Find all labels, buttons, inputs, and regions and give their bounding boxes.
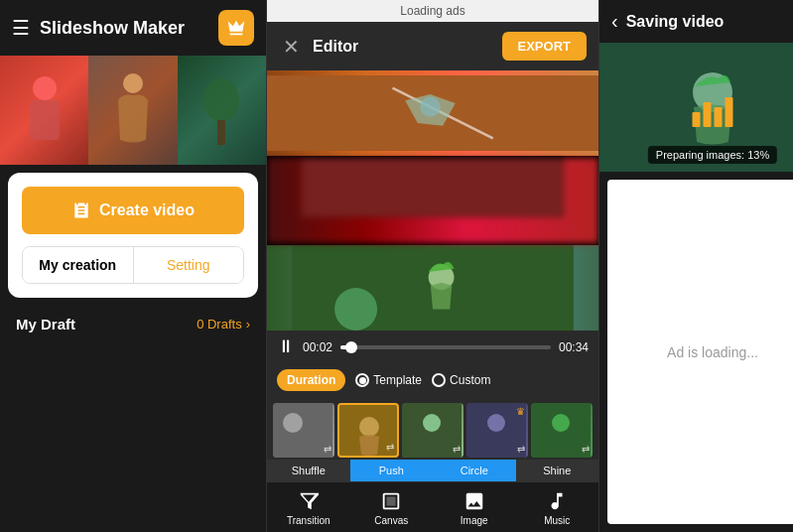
options-row: Duration Template Custom — [267, 363, 598, 397]
left-header: ☰ Slideshow Maker — [0, 0, 266, 56]
custom-radio-circle — [432, 373, 446, 387]
right-header: ‹ Saving video — [599, 0, 793, 43]
template-radio-circle — [355, 373, 369, 387]
export-button[interactable]: EXPORT — [502, 32, 587, 61]
anime-scene-3 — [267, 245, 598, 331]
template-radio[interactable]: Template — [355, 373, 422, 387]
drafts-link[interactable]: 0 Drafts › — [197, 317, 250, 332]
svg-point-23 — [552, 414, 570, 432]
video-frame — [267, 70, 598, 331]
canvas-icon — [380, 490, 402, 512]
svg-point-0 — [33, 76, 57, 100]
custom-label: Custom — [450, 373, 490, 387]
loading-ads-text: Loading ads — [400, 4, 464, 18]
svg-point-21 — [487, 414, 505, 432]
photo-person-2 — [88, 56, 177, 165]
music-toolbar-label: Music — [544, 515, 570, 526]
playback-controls: ⏸ 00:02 00:34 — [267, 331, 598, 363]
bottom-toolbar: Transition Canvas Image Music — [267, 481, 598, 532]
svg-point-3 — [203, 78, 239, 122]
image-icon — [463, 490, 485, 512]
svg-point-17 — [359, 417, 379, 437]
svg-rect-24 — [387, 496, 396, 505]
close-button[interactable]: ✕ — [279, 35, 303, 59]
push-transition-btn[interactable]: Push — [350, 460, 434, 481]
bar-1 — [693, 112, 701, 127]
image-toolbar-item[interactable]: Image — [433, 482, 516, 532]
tab-row: My creation Setting — [22, 246, 244, 284]
transition-buttons: Shuffle Push Circle Shine — [267, 460, 598, 481]
image-toolbar-label: Image — [461, 515, 488, 526]
pause-button[interactable]: ⏸ — [277, 336, 295, 357]
shine-transition-btn[interactable]: Shine — [516, 460, 599, 481]
editor-header: ✕ Editor EXPORT — [267, 22, 598, 70]
transition-icon — [298, 490, 320, 512]
back-button[interactable]: ‹ — [611, 10, 618, 33]
crown-mini-icon: ♛ — [516, 406, 525, 417]
canvas-toolbar-item[interactable]: Canvas — [350, 482, 434, 532]
stack-image-2 — [267, 158, 598, 243]
canvas-toolbar-label: Canvas — [374, 515, 408, 526]
anime-scene-2 — [267, 158, 598, 217]
saving-preview: Preparing images: 13% — [599, 43, 793, 172]
svg-rect-4 — [217, 120, 225, 145]
editor-title: Editor — [313, 38, 492, 56]
circle-transition-btn[interactable]: Circle — [433, 460, 516, 481]
svg-point-19 — [423, 414, 441, 432]
thumbnail-5[interactable]: ⇄ — [531, 403, 593, 458]
progress-bar[interactable] — [340, 345, 551, 349]
music-toolbar-item[interactable]: Music — [516, 482, 599, 532]
person-silhouette-1 — [20, 70, 69, 150]
progress-thumb — [345, 341, 357, 353]
shuffle-icon-4: ⇄ — [517, 444, 525, 455]
hamburger-icon[interactable]: ☰ — [12, 16, 30, 40]
loading-ads-banner: Loading ads — [267, 0, 598, 22]
my-draft-section: My Draft 0 Drafts › — [0, 306, 266, 342]
thumbnail-1[interactable]: ⇄ — [273, 403, 334, 458]
photo-strip — [0, 56, 266, 165]
clapper-icon — [71, 200, 91, 220]
stacked-images — [267, 70, 598, 331]
shuffle-icon-2: ⇄ — [386, 442, 394, 453]
bar-4 — [726, 97, 733, 127]
crown-icon — [225, 17, 247, 39]
duration-tag[interactable]: Duration — [277, 369, 345, 391]
time-current: 00:02 — [303, 340, 332, 354]
my-creation-tab[interactable]: My creation — [23, 247, 133, 283]
svg-point-2 — [123, 73, 143, 93]
transition-toolbar-item[interactable]: Transition — [267, 482, 350, 532]
template-radio-fill — [359, 377, 366, 384]
photo-2 — [88, 56, 177, 165]
create-video-button[interactable]: Create video — [22, 187, 244, 234]
crown-badge[interactable] — [218, 10, 254, 46]
shuffle-transition-btn[interactable]: Shuffle — [267, 460, 350, 481]
bar-chart-icon — [693, 87, 733, 127]
thumbnail-4[interactable]: ♛ ⇄ — [466, 403, 528, 458]
drafts-arrow: › — [246, 317, 250, 332]
svg-point-15 — [283, 413, 303, 433]
right-panel: ‹ Saving video Preparing images: 13% — [599, 0, 793, 532]
create-video-label: Create video — [99, 201, 195, 219]
thumbnail-2[interactable]: ⇄ — [337, 403, 399, 458]
setting-tab[interactable]: Setting — [134, 247, 244, 283]
svg-point-12 — [334, 288, 377, 331]
my-draft-title: My Draft — [16, 316, 75, 332]
stack-image-1 — [267, 70, 598, 156]
photo-3 — [178, 56, 266, 165]
left-panel: ☰ Slideshow Maker — [0, 0, 266, 532]
template-label: Template — [373, 373, 422, 387]
saving-video-title: Saving video — [626, 13, 725, 31]
person-silhouette-2 — [108, 66, 158, 155]
drafts-count: 0 Drafts — [197, 317, 242, 332]
bar-2 — [704, 102, 712, 127]
shuffle-icon-1: ⇄ — [324, 444, 331, 455]
music-icon — [546, 490, 568, 512]
thumbnail-strip: ⇄ ⇄ ⇄ ♛ ⇄ — [267, 397, 598, 460]
shuffle-icon-5: ⇄ — [582, 444, 590, 455]
editor-panel: Loading ads ✕ Editor EXPORT — [266, 0, 599, 532]
custom-radio[interactable]: Custom — [432, 373, 490, 387]
ad-loading-area: Ad is loading... — [607, 180, 793, 524]
ad-loading-text: Ad is loading... — [667, 344, 758, 360]
thumbnail-3[interactable]: ⇄ — [402, 403, 463, 458]
photo-person-1 — [0, 56, 88, 165]
